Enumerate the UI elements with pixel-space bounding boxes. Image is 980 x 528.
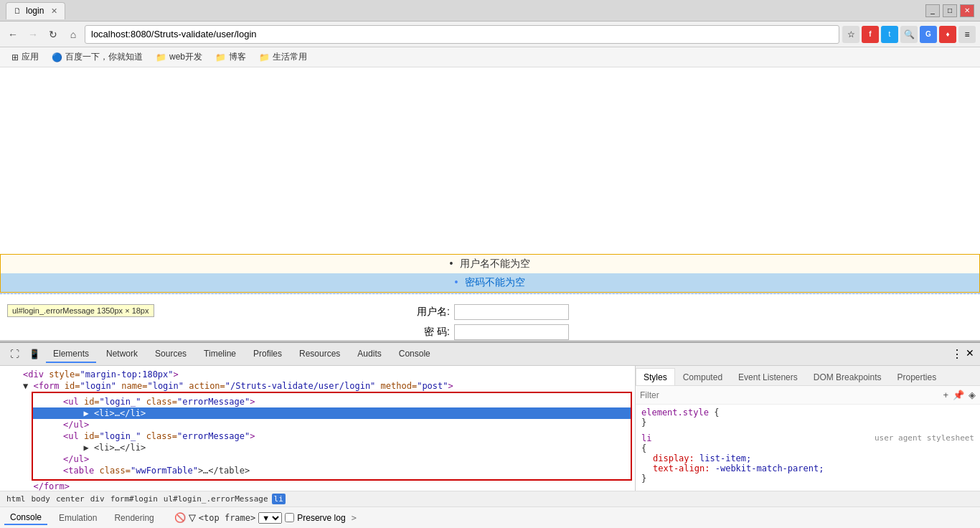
styles-tab-computed[interactable]: Computed (675, 368, 730, 385)
styles-add-icon[interactable]: + (943, 390, 948, 400)
code-line-9[interactable]: <table class="wwFormTable">…</table> (33, 465, 631, 476)
home-button[interactable]: ⌂ (65, 26, 82, 43)
user-agent-label: user agent stylesheet (875, 433, 974, 443)
bookmark-baidu[interactable]: 🔵 百度一下，你就知道 (46, 50, 149, 65)
breadcrumb-html[interactable]: html (4, 494, 28, 504)
styles-color-icon[interactable]: ◈ (969, 390, 976, 400)
devtools-tab-timeline[interactable]: Timeline (197, 346, 243, 363)
code-line-5[interactable]: </ul> (33, 419, 631, 430)
devtools-tab-sources[interactable]: Sources (148, 346, 194, 363)
rendering-tab[interactable]: Rendering (108, 512, 159, 524)
breadcrumb-center[interactable]: center (54, 494, 87, 504)
frame-selector[interactable]: ▼ (258, 512, 282, 524)
error-message-2: • 密码不能为空 (1, 273, 979, 292)
element-size-tooltip: ul#login_.errorMessage 1350px × 18px (7, 304, 154, 317)
styles-tab-event-listeners[interactable]: Event Listeners (730, 368, 806, 385)
devtools-body: <div style="margin-top:180px"> ▼ <form i… (0, 366, 980, 491)
folder-icon-1: 📁 (156, 52, 166, 62)
devtools-inspect-icon[interactable]: ⛶ (6, 346, 23, 363)
main-area: • 用户名不能为空 • 密码不能为空 ul#login_.errorMessag… (0, 67, 980, 528)
emulation-tab[interactable]: Emulation (53, 512, 103, 524)
code-line-2[interactable]: ▼ <form id="login" name="login" action="… (3, 380, 632, 392)
element-style-rule: element.style { } (641, 407, 974, 428)
title-bar: 🗋 login ✕ _ □ ✕ (0, 0, 980, 22)
search-icon[interactable]: 🔍 (900, 26, 918, 43)
bookmark-apps[interactable]: ⊞ 应用 (6, 50, 44, 65)
address-bar: ← → ↻ ⌂ ☆ f t 🔍 G ♦ ≡ (0, 22, 980, 47)
browser-window: 🗋 login ✕ _ □ ✕ ← → ↻ ⌂ ☆ f t 🔍 G ♦ ≡ ⊞ … (0, 0, 980, 528)
code-line-8[interactable]: </ul> (33, 453, 631, 465)
styles-filter-input[interactable] (640, 390, 943, 400)
username-label: 用户名: (411, 306, 454, 319)
devtools-tab-console[interactable]: Console (392, 346, 438, 363)
filter-icon[interactable]: ▽ (189, 512, 196, 523)
password-label: 密 码: (411, 326, 454, 339)
window-controls: _ □ ✕ (925, 4, 974, 17)
fb-icon[interactable]: f (862, 26, 879, 43)
code-line-6[interactable]: <ul id="login_" class="errorMessage"> (33, 430, 631, 442)
top-frame-label: <top frame> (199, 513, 255, 523)
username-input[interactable] (454, 304, 569, 320)
login-form: 用户名: 密 码: 登陆 重置 (411, 304, 569, 341)
devtools-more-icon[interactable]: ⋮ (951, 347, 963, 361)
styles-filter-bar: + 📌 ◈ (636, 386, 980, 405)
console-controls: 🚫 ▽ <top frame> ▼ Preserve log (174, 512, 346, 524)
styles-tab-dom-breakpoints[interactable]: DOM Breakpoints (806, 368, 890, 385)
styles-tabs: Styles Computed Event Listeners DOM Brea… (636, 366, 980, 386)
styles-pin-icon[interactable]: 📌 (953, 390, 964, 400)
preserve-log-checkbox[interactable] (285, 513, 294, 522)
bookmarks-bar: ⊞ 应用 🔵 百度一下，你就知道 📁 web开发 📁 博客 📁 生活常用 (0, 47, 980, 67)
devtools-device-icon[interactable]: 📱 (26, 346, 43, 363)
reload-button[interactable]: ↻ (44, 26, 62, 43)
url-input[interactable] (85, 25, 839, 44)
console-tab[interactable]: Console (4, 511, 47, 525)
devtools-close-icon[interactable]: ✕ (966, 347, 974, 361)
bookmark-star-icon[interactable]: ☆ (842, 26, 859, 43)
menu-icon[interactable]: ≡ (958, 26, 976, 43)
code-line-10[interactable]: </form> (3, 481, 632, 491)
close-button[interactable]: ✕ (960, 4, 974, 17)
clear-console-icon[interactable]: 🚫 (174, 512, 186, 523)
browser-tab[interactable]: 🗋 login ✕ (6, 2, 65, 19)
code-line-7[interactable]: ▶ <li>…</li> (33, 442, 631, 453)
bookmark-blog[interactable]: 📁 博客 (209, 50, 252, 65)
devtools-controls: ⋮ ✕ (951, 347, 974, 361)
social-icon[interactable]: t (881, 26, 898, 43)
code-line-1[interactable]: <div style="margin-top:180px"> (3, 369, 632, 380)
maximize-button[interactable]: □ (943, 4, 957, 17)
extension-icon[interactable]: ♦ (939, 26, 956, 43)
styles-filter-icons: + 📌 ◈ (943, 390, 976, 400)
bullet-1: • (450, 258, 453, 269)
console-input[interactable] (352, 513, 976, 523)
toolbar-icons: ☆ f t 🔍 G ♦ ≡ (842, 26, 976, 43)
styles-tab-properties[interactable]: Properties (889, 368, 944, 385)
li-display-prop: display: (653, 453, 699, 463)
error-container: • 用户名不能为空 • 密码不能为空 (0, 254, 980, 293)
styles-tab-styles[interactable]: Styles (636, 368, 675, 385)
forward-button[interactable]: → (24, 26, 42, 43)
tab-page-icon: 🗋 (14, 6, 22, 15)
username-row: 用户名: (411, 304, 569, 320)
google-icon[interactable]: G (920, 26, 937, 43)
code-line-3[interactable]: <ul id="login_" class="errorMessage"> (33, 396, 631, 407)
devtools-toolbar: ⛶ 📱 Elements Network Sources Timeline Pr… (0, 343, 980, 366)
password-input[interactable] (454, 324, 569, 340)
tab-close-button[interactable]: ✕ (51, 6, 57, 16)
minimize-button[interactable]: _ (925, 4, 940, 17)
bookmark-life[interactable]: 📁 生活常用 (253, 50, 313, 65)
devtools-tab-elements[interactable]: Elements (46, 346, 96, 363)
devtools-tab-resources[interactable]: Resources (292, 346, 347, 363)
devtools-tab-audits[interactable]: Audits (350, 346, 388, 363)
breadcrumb-form[interactable]: form#login (108, 494, 160, 504)
code-line-4-selected[interactable]: ▶ <li>…</li> (33, 407, 631, 419)
breadcrumb-li[interactable]: li (272, 494, 286, 504)
password-row: 密 码: (411, 324, 569, 340)
devtools-tab-profiles[interactable]: Profiles (246, 346, 289, 363)
breadcrumb-body[interactable]: body (29, 494, 53, 504)
breadcrumb-ul[interactable]: ul#login_.errorMessage (161, 494, 270, 504)
apps-icon: ⊞ (11, 52, 19, 62)
devtools-tab-network[interactable]: Network (99, 346, 145, 363)
back-button[interactable]: ← (4, 26, 22, 43)
bookmark-webdev[interactable]: 📁 web开发 (150, 50, 208, 65)
breadcrumb-div[interactable]: div (88, 494, 107, 504)
